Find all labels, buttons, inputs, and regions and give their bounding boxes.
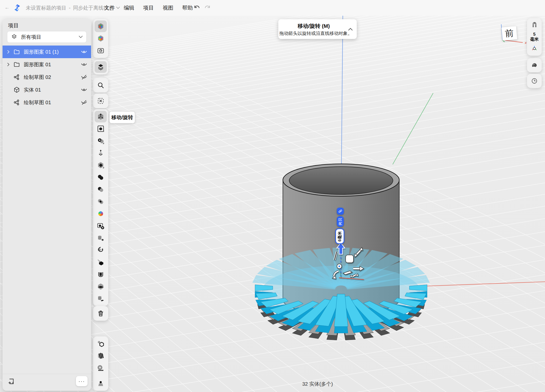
back-arrow-icon[interactable]: ← (5, 5, 10, 10)
folder-icon (13, 61, 20, 68)
copy-body-icon (97, 234, 104, 242)
view-cube[interactable]: 前 x (496, 22, 529, 47)
visibility-off-icon[interactable] (80, 99, 88, 106)
project-filter-dropdown[interactable]: 所有项目 (7, 31, 87, 43)
visibility-on-icon[interactable] (80, 86, 88, 93)
tool-split-button[interactable] (95, 281, 107, 292)
menu-project[interactable]: 项目 (143, 4, 154, 11)
tool-revolve-button[interactable] (95, 244, 107, 256)
tool-select-filter-button[interactable] (95, 338, 107, 350)
select-filter-icon (97, 340, 104, 347)
item-label: 圆形图案 01 (24, 61, 51, 68)
tree-row-body-01[interactable]: 实体 01 (3, 83, 91, 96)
orientation-cube-icon (97, 23, 104, 30)
tool-search-button[interactable] (95, 79, 107, 91)
active-tool-tooltip: 移动/旋转 (109, 111, 135, 123)
hint-description: 拖动箭头以旋转或沿直线移动对象。 (278, 30, 353, 36)
tool-sketch-shapes-button[interactable] (95, 135, 107, 147)
history-button[interactable] (529, 75, 540, 86)
tool-subtract-button[interactable] (95, 184, 107, 195)
view-style-button[interactable] (529, 60, 540, 71)
layers-outline-icon (11, 34, 17, 40)
subtract-icon (97, 186, 104, 193)
gizmo-link-badge[interactable] (337, 208, 344, 215)
chevron-right-icon[interactable] (6, 50, 11, 54)
tree-row-sketch-01[interactable]: 绘制草图 01 (3, 96, 91, 109)
delete-icon (97, 310, 104, 317)
folder-icon (13, 48, 20, 55)
tree-row-sketch-02[interactable]: 绘制草图 02 (3, 71, 91, 83)
tool-delete-button[interactable] (95, 308, 107, 319)
tool-extrude-button[interactable] (95, 147, 107, 159)
panel-title: 项目 (8, 22, 19, 29)
redo-icon[interactable] (204, 4, 212, 11)
tool-group-delete (93, 306, 108, 321)
chevron-up-icon[interactable] (348, 28, 353, 31)
tool-replace-face-button[interactable] (95, 293, 107, 304)
tool-appearance-wheel-button[interactable] (95, 33, 107, 44)
axes-cube-icon (531, 45, 538, 52)
tool-color-paint-button[interactable] (95, 208, 107, 220)
chain-link-icon (338, 209, 343, 213)
view-cube-front-face[interactable]: 前 (501, 26, 517, 41)
tool-measure-button[interactable] (95, 362, 107, 374)
menu-help[interactable]: 帮助 (182, 4, 193, 11)
gizmo-distance-input[interactable]: 6毫米 (335, 228, 344, 244)
orientation-axes-button[interactable] (529, 43, 540, 54)
grid-size-value[interactable]: 5毫米 (530, 32, 539, 42)
menu-view[interactable]: 视图 (163, 4, 173, 11)
add-body-icon (97, 222, 104, 230)
tool-intersect-button[interactable] (95, 196, 107, 207)
deselect-icon (97, 97, 104, 105)
view-style-icon (531, 61, 538, 69)
tool-deselect-button[interactable] (95, 95, 107, 107)
tool-export-3d-button[interactable] (95, 45, 107, 56)
tool-group-environment (93, 19, 108, 58)
visibility-on-icon[interactable] (80, 48, 88, 55)
tool-layers-button[interactable] (95, 61, 107, 73)
gizmo-copy-label: 拷贝 (338, 218, 343, 225)
menu-file[interactable]: 文件 (104, 4, 115, 11)
item-label: 绘制草图 02 (24, 74, 51, 81)
tool-shell-button[interactable] (95, 269, 107, 280)
menu-edit[interactable]: 编辑 (124, 4, 134, 11)
chevron-down-icon (79, 36, 83, 38)
add-item-button[interactable] (6, 376, 17, 387)
item-label: 圆形图案 01 (1) (24, 49, 59, 55)
toolbar-divider (190, 4, 190, 11)
tool-scale-button[interactable] (95, 378, 107, 389)
gizmo-copy-badge[interactable]: 拷贝 (337, 216, 344, 227)
tree-row-pattern-01-1[interactable]: 圆形图案 01 (1) (3, 46, 91, 58)
measure-icon (97, 364, 104, 372)
tool-section-view-button[interactable] (95, 350, 107, 362)
tool-orientation-cube-button[interactable] (95, 20, 107, 32)
tool-chamfer-button[interactable] (95, 159, 107, 171)
visibility-on-icon[interactable] (80, 61, 88, 68)
tool-move-rotate-button[interactable] (95, 111, 107, 122)
tool-union-button[interactable] (95, 171, 107, 183)
app-window: 拷贝 6毫米 移动/旋转 (M) 拖动箭头以旋转或沿直线移动对象。 前 x 32… (0, 0, 545, 392)
tool-group-deselect (93, 94, 108, 108)
snap-magnet-button[interactable] (529, 20, 540, 31)
tool-group-layers (93, 60, 108, 74)
gizmo-distance-value: 6毫米 (337, 231, 343, 242)
document-title: 未设置标题的项目 (26, 5, 66, 11)
tool-add-body-button[interactable] (95, 220, 107, 232)
sketch-icon (13, 99, 20, 106)
visibility-off-icon[interactable] (80, 74, 88, 81)
tool-transform-box-button[interactable] (95, 123, 107, 135)
chevron-right-icon[interactable] (6, 62, 11, 67)
tool-import-body-button[interactable] (95, 256, 107, 268)
layers-icon (97, 63, 104, 71)
tree-row-pattern-01[interactable]: 圆形图案 01 (3, 58, 91, 71)
undo-icon[interactable] (193, 4, 200, 11)
panel-view-style (527, 58, 542, 72)
union-icon (97, 173, 104, 181)
body-cube-icon (13, 86, 20, 93)
more-options-button[interactable]: ··· (76, 376, 88, 386)
tool-copy-body-button[interactable] (95, 232, 107, 244)
import-body-icon (97, 258, 104, 266)
intersect-icon (97, 198, 104, 205)
items-panel: 项目 所有项目 圆形图案 01 (1) (3, 19, 91, 391)
tool-group-tools (93, 109, 108, 306)
